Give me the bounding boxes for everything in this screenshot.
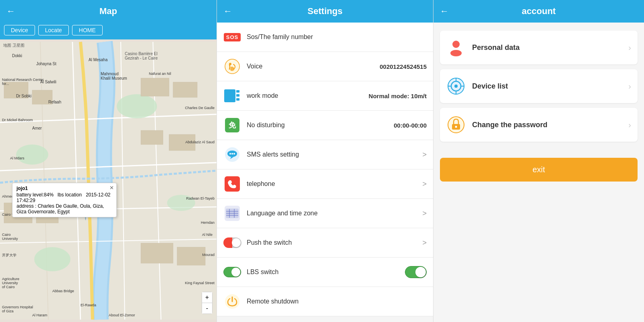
popup-address: address : Charles De Gaulle, Oula, Giza,… bbox=[17, 203, 112, 215]
exit-button[interactable]: exit bbox=[440, 158, 638, 182]
map-label-hemdan: Hemdan bbox=[201, 221, 215, 225]
svg-point-44 bbox=[450, 50, 462, 56]
map-back-button[interactable]: ← bbox=[6, 6, 15, 17]
account-item-personal[interactable]: Personal data › bbox=[440, 31, 638, 64]
settings-item-pushswitch[interactable]: Push the switch > bbox=[217, 228, 433, 258]
popup-close-button[interactable]: ✕ bbox=[109, 185, 114, 191]
language-icon bbox=[223, 204, 241, 222]
svg-rect-28 bbox=[236, 98, 239, 101]
account-back-button[interactable]: ← bbox=[440, 6, 449, 17]
svg-point-31 bbox=[229, 153, 231, 155]
settings-item-sms[interactable]: SMS alerts setting > bbox=[217, 140, 433, 169]
language-arrow: > bbox=[422, 209, 427, 218]
svg-rect-22 bbox=[177, 247, 205, 265]
svg-point-23 bbox=[225, 59, 239, 74]
settings-item-lbs[interactable]: LBS switch bbox=[217, 258, 433, 287]
svg-rect-16 bbox=[173, 82, 197, 97]
map-label-haram: Al Haram bbox=[32, 313, 47, 317]
home-button[interactable]: HOME bbox=[72, 25, 103, 35]
map-label-refaah: Refaah bbox=[48, 100, 61, 104]
device-button[interactable]: Device bbox=[4, 25, 35, 35]
account-item-changepassword[interactable]: Change the password › bbox=[440, 108, 638, 142]
map-label-salwili: Al Salwili bbox=[40, 80, 56, 84]
svg-rect-25 bbox=[224, 89, 235, 102]
nodisturb-icon: 免 bbox=[223, 116, 241, 134]
map-label-johayna: Johayna St bbox=[36, 62, 56, 66]
zoom-in-button[interactable]: + bbox=[202, 292, 212, 303]
settings-item-language[interactable]: Language and time zone > bbox=[217, 199, 433, 228]
voice-value: 00201224524515 bbox=[380, 63, 427, 70]
map-label-agriculture: AgricultureUniversityof Cairo bbox=[2, 277, 19, 289]
sms-icon bbox=[223, 146, 241, 163]
workmode-icon bbox=[223, 87, 241, 105]
svg-rect-27 bbox=[236, 94, 239, 97]
map-label-abbas: Abbas Bridge bbox=[52, 289, 74, 293]
map-label-sobki: Dr Sobki bbox=[16, 94, 31, 98]
lbs-icon bbox=[223, 263, 241, 281]
svg-point-10 bbox=[16, 144, 48, 165]
map-label-dokki: Dokki bbox=[12, 54, 22, 58]
svg-rect-26 bbox=[236, 90, 239, 93]
lbs-label: LBS switch bbox=[247, 268, 405, 276]
map-label-aboud: Aboud El-Zomor bbox=[109, 313, 135, 317]
svg-point-47 bbox=[454, 85, 458, 88]
map-label-almesaha: Al Mesaha bbox=[89, 58, 107, 62]
settings-item-telephone[interactable]: telephone > bbox=[217, 169, 433, 199]
sms-arrow: > bbox=[422, 151, 427, 159]
zoom-out-button[interactable]: - bbox=[202, 303, 212, 314]
workmode-value: Normal mode: 10m/t bbox=[369, 93, 427, 99]
svg-point-43 bbox=[452, 41, 460, 48]
map-label-mahmoud: MahmoudKhalil Museum bbox=[101, 72, 127, 80]
telephone-label: telephone bbox=[247, 180, 419, 188]
personal-label: Personal data bbox=[472, 43, 628, 52]
map-zoom-controls: + - bbox=[202, 292, 213, 314]
map-label-hospital: Governors Hospitalof Giza bbox=[2, 305, 33, 313]
map-label-mourad: Mourad bbox=[202, 253, 215, 257]
popup-device-name: jojo1 bbox=[17, 186, 112, 191]
map-label-cairo-u3: 开罗大学 bbox=[2, 253, 17, 258]
voice-icon bbox=[223, 58, 241, 75]
settings-panel: ← Settings SOS Sos/The family number Voi… bbox=[217, 0, 433, 322]
map-title: Map bbox=[99, 6, 117, 17]
shutdown-label: Remote shutdown bbox=[247, 298, 427, 305]
shutdown-icon bbox=[223, 293, 241, 310]
settings-back-button[interactable]: ← bbox=[223, 6, 232, 17]
svg-rect-21 bbox=[141, 243, 173, 263]
map-label-nile: Al Nile bbox=[202, 233, 213, 237]
account-item-devicelist[interactable]: Device list › bbox=[440, 69, 638, 103]
svg-point-24 bbox=[229, 63, 231, 65]
map-label-research: National Research Centerfor... bbox=[2, 78, 44, 86]
svg-rect-34 bbox=[225, 176, 240, 192]
popup-battery: battery level:84% lbs location 2015-12-0… bbox=[17, 192, 111, 203]
map-view[interactable]: 地图 卫星图 Dokki Johayna St Al Mesaha Casino… bbox=[0, 39, 217, 322]
svg-rect-17 bbox=[141, 130, 163, 144]
map-label-amer: Amer bbox=[32, 126, 42, 130]
telephone-icon bbox=[223, 175, 241, 193]
pushswitch-label: Push the switch bbox=[247, 239, 419, 246]
map-label-radwan: Radwan El-Tayeb bbox=[186, 196, 215, 200]
lbs-toggle[interactable] bbox=[405, 266, 427, 278]
settings-item-shutdown[interactable]: Remote shutdown bbox=[217, 287, 433, 316]
svg-point-32 bbox=[231, 153, 233, 155]
map-label-faysal: King Faysal Street bbox=[185, 281, 215, 285]
locate-button[interactable]: Locate bbox=[38, 25, 69, 35]
svg-point-33 bbox=[233, 153, 235, 155]
settings-item-workmode[interactable]: work mode Normal mode: 10m/t bbox=[217, 81, 433, 111]
account-header: ← account bbox=[433, 0, 644, 23]
changepassword-label: Change the password bbox=[472, 121, 628, 129]
settings-item-sos[interactable]: SOS Sos/The family number bbox=[217, 23, 433, 52]
map-label-almdars: Al Mdars bbox=[10, 156, 25, 160]
telephone-arrow: > bbox=[422, 180, 427, 188]
sos-icon: SOS bbox=[223, 28, 241, 46]
pushswitch-icon bbox=[223, 234, 241, 252]
devicelist-label: Device list bbox=[472, 82, 628, 91]
map-label-casino: Casino Barrière ElGezirah - Le Caire bbox=[125, 52, 158, 60]
settings-header: ← Settings bbox=[217, 0, 433, 23]
devicelist-arrow: › bbox=[628, 82, 631, 91]
settings-item-voice[interactable]: Voice 00201224524515 bbox=[217, 52, 433, 81]
settings-item-nodisturb[interactable]: 免 No disturbing 00:00-00:00 bbox=[217, 111, 433, 140]
svg-point-12 bbox=[34, 247, 70, 271]
account-title: account bbox=[522, 6, 555, 17]
personal-icon bbox=[446, 38, 466, 57]
map-label-rawda: El-Rawda bbox=[80, 303, 96, 307]
